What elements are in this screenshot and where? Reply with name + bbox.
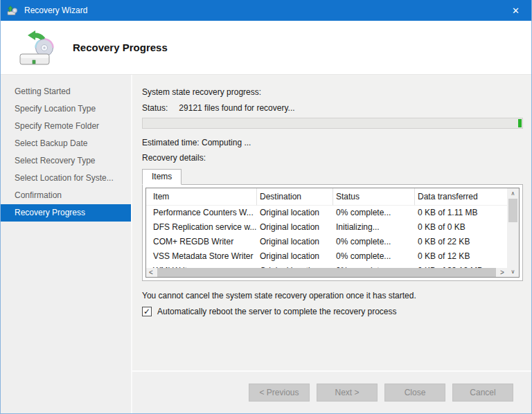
table-cell: Original location (257, 235, 333, 249)
table-cell: VSS Metadata Store Writer (146, 249, 257, 264)
table-cell: Performance Counters W... (146, 206, 257, 220)
sidebar-step-select-recovery-type[interactable]: Select Recovery Type (1, 152, 131, 170)
backup-drive-icon (19, 28, 57, 68)
recovery-wizard-window: Recovery Wizard ✕ Recovery Progress Gett… (0, 0, 532, 414)
progress-heading: System state recovery progress: (142, 87, 523, 97)
close-button[interactable]: Close (384, 384, 445, 402)
table-cell: Original location (257, 206, 333, 220)
status-value: 29121 files found for recovery... (179, 103, 294, 113)
status-label: Status: (142, 103, 168, 113)
horizontal-scroll-thumb[interactable] (157, 268, 496, 277)
sidebar-step-select-location-for-syste[interactable]: Select Location for Syste... (1, 170, 131, 187)
table-cell: 0% complete... (333, 206, 415, 220)
scroll-right-icon[interactable]: > (497, 268, 507, 277)
recovery-progress-bar (142, 118, 523, 129)
vertical-scroll-thumb[interactable] (508, 199, 517, 222)
cancel-button[interactable]: Cancel (452, 384, 513, 402)
title-bar[interactable]: Recovery Wizard ✕ (1, 0, 531, 21)
column-header[interactable]: Destination (257, 188, 333, 206)
table-row[interactable]: VSS Metadata Store WriterOriginal locati… (146, 249, 507, 264)
reboot-checkbox[interactable]: ✓ (142, 307, 152, 316)
details-label: Recovery details: (142, 153, 523, 163)
page-title: Recovery Progress (73, 42, 168, 53)
sidebar-step-select-backup-date[interactable]: Select Backup Date (1, 135, 131, 152)
status-row: Status: 29121 files found for recovery..… (142, 103, 523, 113)
table-row[interactable]: DFS Replication service w...Original loc… (146, 220, 507, 235)
sidebar-step-recovery-progress[interactable]: Recovery Progress (1, 204, 131, 222)
sidebar-step-specify-location-type[interactable]: Specify Location Type (1, 100, 131, 118)
table-cell: COM+ REGDB Writer (146, 235, 257, 249)
scroll-down-icon[interactable]: ∨ (507, 267, 519, 277)
table-cell: 0 KB of 1.11 MB (415, 206, 507, 220)
table-cell: 0 KB of 0 KB (415, 220, 507, 235)
table-cell: 0 KB of 22 KB (415, 235, 507, 249)
estimated-time: Estimated time: Computing ... (142, 138, 523, 147)
wizard-body: Getting StartedSpecify Location TypeSpec… (1, 75, 531, 413)
column-header[interactable]: Data transferred (415, 188, 507, 206)
sidebar-step-confirmation[interactable]: Confirmation (1, 187, 131, 204)
details-tabstrip: Items (142, 168, 523, 184)
table-cell: 0% complete... (333, 249, 415, 264)
column-header[interactable]: Item (146, 188, 257, 206)
previous-button[interactable]: < Previous (249, 384, 310, 402)
vertical-scrollbar[interactable]: ∧ ∨ (507, 188, 519, 277)
button-footer: < PreviousNext >CloseCancel (132, 370, 531, 413)
window-title: Recovery Wizard (24, 6, 500, 15)
tab-items[interactable]: Items (142, 169, 181, 185)
table-cell: 0% complete... (333, 235, 415, 249)
main-area: System state recovery progress: Status: … (132, 75, 531, 370)
listview-body: ItemDestinationStatusData transferred Pe… (146, 188, 507, 278)
wizard-header: Recovery Progress (1, 21, 531, 75)
recovery-items-list: ItemDestinationStatusData transferred Pe… (145, 188, 520, 278)
table-row[interactable]: COM+ REGDB WriterOriginal location0% com… (146, 235, 507, 249)
column-header[interactable]: Status (333, 188, 415, 206)
scroll-up-icon[interactable]: ∧ (507, 188, 519, 199)
horizontal-scrollbar[interactable]: < > (146, 268, 507, 277)
table-cell: DFS Replication service w... (146, 220, 257, 235)
table-cell: Original location (257, 249, 333, 264)
close-icon[interactable]: ✕ (500, 0, 531, 21)
progress-marquee-indicator (518, 119, 522, 127)
table-cell: Original location (257, 220, 333, 235)
table-row[interactable]: Performance Counters W...Original locati… (146, 206, 507, 220)
listview-header[interactable]: ItemDestinationStatusData transferred (146, 188, 507, 206)
table-cell: Initializing... (333, 220, 415, 235)
table-cell: 0 KB of 12 KB (415, 249, 507, 264)
items-tab-panel: ItemDestinationStatusData transferred Pe… (142, 184, 523, 281)
cannot-cancel-note: You cannot cancel the system state recov… (142, 291, 523, 300)
reboot-checkbox-row[interactable]: ✓ Automatically reboot the server to com… (142, 307, 523, 316)
sidebar-step-specify-remote-folder[interactable]: Specify Remote Folder (1, 118, 131, 135)
next-button[interactable]: Next > (317, 384, 378, 402)
content-pane: System state recovery progress: Status: … (132, 75, 531, 413)
scroll-left-icon[interactable]: < (146, 268, 156, 277)
sidebar-step-getting-started[interactable]: Getting Started (1, 83, 131, 100)
wizard-steps-sidebar: Getting StartedSpecify Location TypeSpec… (1, 75, 132, 413)
reboot-checkbox-label: Automatically reboot the server to compl… (157, 307, 397, 316)
app-icon (7, 5, 18, 16)
